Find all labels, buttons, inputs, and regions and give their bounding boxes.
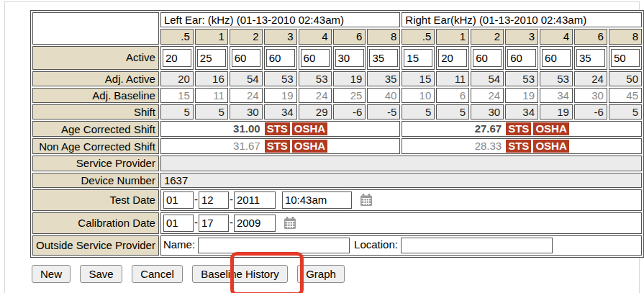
- active-row-label: Active: [32, 46, 159, 70]
- shift-value: 29: [299, 104, 332, 120]
- active-input-left-8[interactable]: [369, 49, 398, 67]
- freq-right-6: 6: [574, 29, 607, 44]
- shift-value: 19: [540, 104, 573, 120]
- freq-right-3: 3: [505, 29, 538, 44]
- active-input-left-6[interactable]: [335, 49, 364, 67]
- left-ear-header: Left Ear: (kHz) (01-13-2010 02:43am): [160, 12, 400, 27]
- adj-baseline-value: 25: [333, 88, 366, 103]
- sts-badge: STS: [506, 122, 531, 135]
- shift-value: 5: [195, 104, 228, 120]
- active-input-right-1[interactable]: [438, 49, 467, 67]
- osp-name-label: Name:: [163, 238, 195, 251]
- test-date-month-input[interactable]: [163, 191, 194, 209]
- osha-badge: OSHA: [292, 122, 327, 135]
- shift-value: 34: [264, 104, 297, 120]
- row-non-age-corrected-shift: Non Age Corrected Shift 31.67STSOSHA 28.…: [32, 138, 642, 154]
- age-corrected-shift-right-value: 27.67: [475, 122, 502, 135]
- row-age-corrected-shift: Age Corrected Shift 31.00STSOSHA 27.67ST…: [32, 121, 642, 137]
- test-date-year-input[interactable]: [234, 191, 276, 209]
- save-button[interactable]: Save: [80, 265, 122, 283]
- row-adj-active: Adj. Active 20 16 54 53 53 19 35 15 11 5…: [32, 71, 642, 86]
- adj-active-value: 53: [264, 71, 297, 86]
- adj-baseline-value: 34: [540, 88, 573, 103]
- calibration-date-month-input[interactable]: [163, 215, 194, 232]
- active-input-right-4[interactable]: [542, 49, 571, 67]
- shift-value: 5: [402, 104, 435, 120]
- adj-baseline-value: 40: [367, 88, 400, 103]
- new-button[interactable]: New: [32, 265, 71, 283]
- calibration-date-day-input[interactable]: [199, 215, 229, 232]
- freq-right-2: 2: [471, 29, 504, 44]
- shift-row-label: Shift: [32, 104, 159, 120]
- active-input-left-1[interactable]: [197, 49, 226, 67]
- device-number-value: 1637: [160, 173, 642, 188]
- test-date-calendar-icon[interactable]: [359, 193, 373, 207]
- graph-button[interactable]: Graph: [297, 265, 345, 283]
- date-separator: -: [194, 216, 198, 228]
- date-separator: -: [230, 216, 233, 228]
- osha-badge: OSHA: [533, 140, 568, 153]
- baseline-history-button[interactable]: Baseline History: [192, 265, 287, 283]
- non-age-corrected-shift-row-label: Non Age Corrected Shift: [32, 138, 159, 154]
- freq-left-4: 4: [299, 29, 332, 44]
- adj-baseline-row-label: Adj. Baseline: [32, 88, 159, 103]
- service-provider-row-label: Service Provider: [32, 155, 159, 171]
- adj-baseline-value: 6: [436, 88, 469, 103]
- osp-name-input[interactable]: [198, 238, 350, 253]
- row-adj-baseline: Adj. Baseline 15 11 24 19 24 25 40 10 6 …: [32, 88, 642, 103]
- shift-value: 30: [471, 104, 504, 120]
- freq-left-8: 8: [367, 29, 400, 44]
- adj-active-value: 16: [195, 71, 228, 86]
- non-age-corrected-shift-left-value: 31.67: [233, 140, 260, 152]
- row-active: Active: [32, 46, 642, 70]
- active-input-left-2[interactable]: [232, 49, 260, 67]
- active-input-left-4[interactable]: [301, 49, 330, 67]
- freq-right-8: 8: [609, 29, 642, 44]
- adj-active-row-label: Adj. Active: [32, 71, 159, 86]
- shift-value: -5: [367, 104, 400, 120]
- shift-value: 30: [230, 104, 263, 120]
- shift-value: 5: [609, 104, 642, 120]
- active-input-right-05[interactable]: [404, 49, 432, 67]
- active-input-right-8[interactable]: [611, 49, 640, 67]
- adj-active-value: 20: [160, 71, 194, 86]
- test-date-day-input[interactable]: [199, 191, 229, 209]
- active-input-left-05[interactable]: [163, 49, 191, 67]
- shift-value: -6: [574, 104, 607, 120]
- test-time-input[interactable]: [282, 191, 352, 209]
- date-separator: -: [194, 193, 198, 205]
- adj-baseline-value: 19: [264, 88, 297, 103]
- cancel-button[interactable]: Cancel: [132, 265, 183, 283]
- ear-header-row: Left Ear: (kHz) (01-13-2010 02:43am) Rig…: [32, 12, 642, 27]
- adj-baseline-value: 24: [299, 88, 332, 103]
- active-input-left-3[interactable]: [266, 49, 295, 67]
- adj-active-value: 35: [367, 71, 400, 86]
- row-calibration-date: Calibration Date --: [32, 212, 642, 234]
- osp-location-input[interactable]: [401, 238, 553, 253]
- row-device-number: Device Number 1637: [32, 173, 642, 188]
- freq-left-2: 2: [230, 29, 263, 44]
- adj-baseline-value: 24: [230, 88, 263, 103]
- sts-badge: STS: [265, 140, 290, 153]
- calibration-date-year-input[interactable]: [234, 215, 276, 232]
- active-input-right-2[interactable]: [473, 49, 502, 67]
- adj-baseline-value: 10: [402, 88, 435, 103]
- active-input-right-3[interactable]: [507, 49, 536, 67]
- sts-badge: STS: [506, 140, 531, 153]
- frame-top-border: [4, 1, 640, 2]
- adj-active-value: 54: [230, 71, 263, 86]
- shift-value: -6: [333, 104, 366, 120]
- adj-baseline-value: 30: [574, 88, 607, 103]
- calibration-date-row-label: Calibration Date: [32, 212, 159, 234]
- freq-left-1: 1: [195, 29, 228, 44]
- shift-value: 5: [436, 104, 469, 120]
- shift-value: 34: [505, 104, 538, 120]
- adj-active-value: 53: [299, 71, 332, 86]
- osp-location-label: Location:: [354, 238, 398, 251]
- adj-active-value: 19: [333, 71, 366, 86]
- service-provider-value: [160, 155, 642, 171]
- active-input-right-6[interactable]: [576, 49, 605, 67]
- calibration-date-calendar-icon[interactable]: [283, 216, 297, 230]
- age-corrected-shift-left-value: 31.00: [233, 122, 260, 135]
- non-age-corrected-shift-right-value: 28.33: [475, 140, 502, 152]
